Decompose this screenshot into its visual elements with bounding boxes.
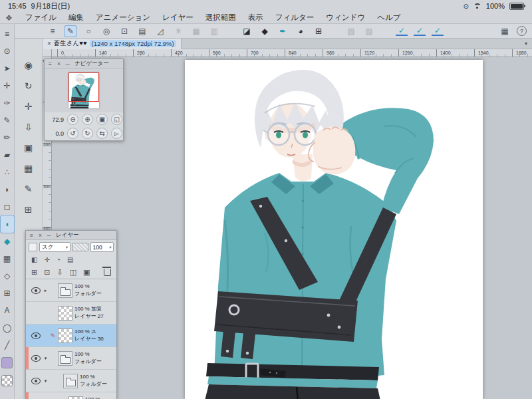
grid-subtool[interactable]: ▦ [21,162,36,175]
balloon-tool[interactable]: ◯ [1,319,14,336]
new-layer-folder-button[interactable]: ⊡ [44,268,50,277]
layer-thumbnail[interactable] [58,329,72,343]
lasso-select-icon[interactable]: ○ [82,26,94,37]
frame-subtool[interactable]: ⊞ [21,203,36,216]
import-subtool[interactable]: ⇩ [21,120,36,134]
canvas-viewport[interactable] [52,57,532,399]
layer-row[interactable]: 100 % 加算 レイヤー 27 [26,302,116,325]
folder-twisty-icon[interactable]: ▾ [43,356,48,361]
frame-border-tool[interactable]: ⊞ [1,285,14,302]
panel-minimize-icon[interactable]: ─ [65,61,70,67]
snap-ruler-icon[interactable]: ✳ [172,26,184,37]
move-tool[interactable]: ✛ [1,77,14,94]
menu-item[interactable]: ウィンドウ [320,13,371,23]
rotate-left-button[interactable]: ↺ [67,128,78,139]
snap-special-icon[interactable]: ▥ [208,26,220,37]
layer-thumbnail[interactable] [63,374,78,388]
navigator-view-rectangle[interactable] [68,72,99,102]
create-layer-mask-button[interactable]: ▣ [83,268,90,277]
reference-layer-button[interactable]: ▤ [67,256,73,263]
eraser-tool[interactable]: ◻ [1,198,14,215]
decoration-dark-icon[interactable]: ◆ [259,26,271,37]
pen-mode-icon[interactable]: ✎ [65,26,76,37]
crop-marks-icon[interactable]: ⊞ [313,26,325,37]
stabilize-2-icon[interactable]: ✓ [414,26,426,36]
clip-to-layer-below-button[interactable]: ◔ [57,256,61,263]
line-correction-tool[interactable]: ╱ [1,336,14,354]
flip-horizontal-button[interactable]: ⇆ [96,128,108,139]
reset-view-button[interactable]: ▻ [111,128,122,139]
vector-pen-icon[interactable]: ✒ [277,26,289,37]
panel-close-icon[interactable]: × [56,61,62,67]
pattern-b-icon[interactable]: ▨ [363,26,375,37]
pencil-tool[interactable]: ✏ [1,129,14,146]
stabilize-1-icon[interactable]: ✓ [396,26,408,36]
menu-item[interactable]: 編集 [63,13,90,23]
delete-layer-button[interactable] [104,269,111,276]
rotate-canvas-subtool[interactable]: ◉ [21,59,36,72]
main-color-swatch[interactable] [1,357,13,368]
menu-item[interactable]: 選択範囲 [200,13,242,23]
menu-item[interactable]: ヘルプ [371,13,406,23]
new-raster-layer-button[interactable]: ⊞ [31,268,37,277]
measure-icon[interactable]: ◿ [154,26,166,37]
blend-mode-select[interactable]: スク▾ [39,242,70,252]
layer-row[interactable]: 100 % レイヤー [26,392,116,399]
layer-visibility-toggle[interactable] [31,332,41,339]
horizontal-ruler[interactable]: 0140280420560700840980112012601400154016… [52,49,532,57]
menu-item[interactable]: フィルター [269,13,321,23]
layer-row[interactable]: ▾ 100 % フォルダー [26,347,116,370]
menu-item[interactable]: 表示 [242,13,269,23]
lock-transparent-pixels-button[interactable]: ◧ [31,256,37,263]
3d-material-subtool[interactable]: ▣ [21,141,36,154]
pen-tool[interactable]: ✎ [1,112,14,129]
transparent-color-swatch[interactable] [1,375,13,386]
tab-list-chevron-icon[interactable]: ▾ [525,41,532,47]
rotate-right-button[interactable]: ↻ [82,128,93,139]
quick-mask-icon[interactable]: ◪ [241,26,253,37]
selection-area-icon[interactable]: ⊡ [118,26,130,37]
document-tab[interactable]: × 蒼生さん♥♥ (1240 x 1748px 72dpi 72.9%) [43,39,182,49]
navigator-thumbnail[interactable] [68,72,99,108]
layer-row[interactable]: ✎ 100 % ス レイヤー 30 [26,325,116,347]
canvas-page[interactable] [185,60,483,399]
menu-item[interactable]: アニメーション [90,13,156,23]
figure-tool[interactable]: ◇ [1,267,14,285]
keyboard-icon[interactable]: ▦ [499,26,511,37]
navigator-preview[interactable] [45,68,123,112]
move-canvas-subtool[interactable]: ✛ [21,100,36,113]
decoration-tool[interactable]: ◗ [1,181,14,198]
opacity-select[interactable]: 100▾ [90,242,114,252]
zoom-out-button[interactable]: ⊖ [67,114,78,125]
panel-menu-icon[interactable]: ≡ [29,232,35,239]
panel-minimize-icon[interactable]: ─ [46,232,52,239]
menu-item[interactable]: ファイル [19,13,63,23]
merge-to-lower-button[interactable]: ◫ [70,268,76,277]
fit-to-screen-button[interactable]: ◱ [111,114,122,125]
panel-close-icon[interactable]: × [37,232,43,239]
blend-tool[interactable]: ◖ [1,215,14,233]
auto-select-icon[interactable]: ◎ [100,26,112,37]
gradient-tool[interactable]: ▦ [1,250,14,267]
folder-twisty-icon[interactable]: ▾ [43,378,48,384]
fill-tool[interactable]: ◆ [1,233,14,250]
folder-twisty-icon[interactable]: ▸ [43,288,48,293]
tab-close-icon[interactable]: × [47,40,51,47]
spin-canvas-subtool[interactable]: ↻ [21,79,36,92]
vector-edit-subtool[interactable]: ✎ [21,182,36,196]
pattern-a-icon[interactable]: ▧ [345,26,357,37]
layer-row[interactable]: ▸ 100 % フォルダー [26,279,116,302]
panel-menu-icon[interactable]: ≡ [47,61,53,67]
zoom-tool[interactable]: ⊙ [1,43,14,60]
export-icon[interactable]: ▤ [136,26,148,37]
csp-logo-icon[interactable]: ❖ [5,13,13,23]
fill-dark-icon[interactable]: ◕ [295,26,307,37]
layer-thumbnail[interactable] [58,283,72,298]
layer-thumbnail[interactable] [68,396,83,399]
tool-menu-icon[interactable]: ≡ [1,25,14,43]
menu-item[interactable]: レイヤー [156,13,200,23]
layer-visibility-toggle[interactable] [31,287,41,294]
zoom-100-button[interactable]: ▣ [96,114,108,125]
transfer-to-lower-button[interactable]: ⇩ [57,268,63,277]
lock-layer-button[interactable]: ✛ [44,256,49,263]
